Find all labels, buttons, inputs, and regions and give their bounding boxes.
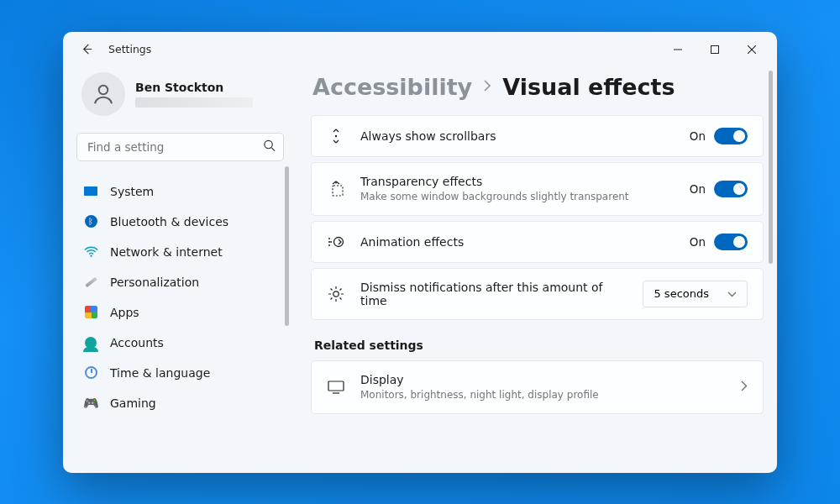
- titlebar: Settings: [63, 32, 777, 67]
- chevron-right-icon: [482, 79, 492, 95]
- sidebar-item-gaming[interactable]: 🎮Gaming: [75, 388, 287, 418]
- brightness-icon: [327, 286, 345, 302]
- select-value: 5 seconds: [654, 287, 709, 300]
- setting-title: Dismiss notifications after this amount …: [360, 281, 627, 307]
- breadcrumb: Accessibility Visual effects: [311, 67, 764, 115]
- sidebar-item-label: System: [110, 185, 154, 198]
- minimize-icon: [674, 45, 682, 54]
- setting-subtitle: Make some window backgrounds slightly tr…: [360, 190, 675, 203]
- person-icon: [91, 81, 116, 107]
- toggle-state: On: [690, 129, 706, 143]
- toggle-transparency[interactable]: [714, 181, 748, 197]
- dismiss-duration-select[interactable]: 5 seconds: [643, 281, 748, 307]
- setting-always-show-scrollbars[interactable]: Always show scrollbars On: [311, 115, 764, 157]
- sidebar-item-apps[interactable]: Apps: [75, 297, 287, 328]
- sidebar-item-label: Personalization: [110, 276, 199, 289]
- main-scrollbar[interactable]: [769, 67, 774, 473]
- bluetooth-icon: ᛒ: [83, 214, 98, 229]
- search-icon: [263, 139, 276, 155]
- system-icon: [83, 184, 98, 199]
- settings-window: Settings Ben Stockton: [63, 32, 777, 473]
- profile-block[interactable]: Ben Stockton: [75, 67, 289, 128]
- breadcrumb-parent[interactable]: Accessibility: [312, 74, 472, 100]
- window-controls: [659, 36, 770, 63]
- profile-email-redacted: [135, 97, 253, 108]
- close-icon: [748, 45, 756, 54]
- sidebar-item-label: Gaming: [110, 396, 156, 410]
- svg-point-1: [99, 85, 108, 94]
- setting-title: Always show scrollbars: [360, 129, 675, 143]
- search-input[interactable]: [76, 133, 284, 161]
- window-title: Settings: [108, 43, 151, 55]
- related-settings-heading: Related settings: [314, 339, 764, 352]
- apps-icon: [83, 305, 98, 320]
- close-button[interactable]: [733, 36, 770, 63]
- svg-point-2: [265, 140, 272, 148]
- setting-transparency-effects[interactable]: Transparency effectsMake some window bac…: [311, 162, 764, 216]
- sidebar-item-label: Apps: [110, 306, 139, 319]
- main-content: Accessibility Visual effects Always show…: [294, 67, 777, 473]
- setting-title: Transparency effects: [360, 175, 675, 188]
- setting-title: Animation effects: [360, 235, 675, 249]
- sidebar-item-accounts[interactable]: Accounts: [75, 328, 287, 358]
- svg-rect-5: [333, 186, 343, 196]
- pen-icon: [83, 275, 98, 290]
- scrollbars-icon: [327, 128, 345, 144]
- gaming-icon: 🎮: [83, 396, 98, 411]
- sidebar-scrollbar[interactable]: [285, 166, 289, 326]
- sidebar-item-time[interactable]: Time & language: [75, 358, 287, 388]
- setting-dismiss-notifications[interactable]: Dismiss notifications after this amount …: [311, 268, 764, 320]
- sidebar-item-label: Bluetooth & devices: [110, 215, 228, 228]
- accounts-icon: [83, 335, 98, 350]
- svg-point-4: [335, 134, 337, 136]
- window-body: Ben Stockton System ᛒBluetooth & devices…: [63, 67, 777, 473]
- search-container: [76, 133, 284, 161]
- toggle-state: On: [690, 235, 706, 249]
- related-title: Display: [360, 373, 726, 386]
- chevron-right-icon: [741, 379, 748, 395]
- maximize-button[interactable]: [696, 36, 733, 63]
- related-display[interactable]: DisplayMonitors, brightness, night light…: [311, 360, 764, 414]
- back-button[interactable]: [73, 36, 100, 63]
- profile-name: Ben Stockton: [135, 81, 253, 94]
- display-icon: [327, 381, 345, 394]
- sidebar-item-label: Network & internet: [110, 245, 223, 259]
- breadcrumb-current: Visual effects: [502, 74, 675, 100]
- sidebar-item-bluetooth[interactable]: ᛒBluetooth & devices: [75, 207, 287, 237]
- related-subtitle: Monitors, brightness, night light, displ…: [360, 388, 726, 402]
- back-icon: [81, 43, 93, 55]
- svg-point-3: [90, 255, 92, 256]
- sidebar-item-personalization[interactable]: Personalization: [75, 267, 287, 297]
- sidebar: Ben Stockton System ᛒBluetooth & devices…: [63, 67, 294, 473]
- sidebar-nav: System ᛒBluetooth & devices Network & in…: [75, 176, 289, 418]
- transparency-icon: [327, 181, 345, 197]
- sidebar-item-network[interactable]: Network & internet: [75, 237, 287, 267]
- sidebar-item-system[interactable]: System: [75, 176, 287, 207]
- sidebar-item-label: Accounts: [110, 336, 164, 349]
- svg-point-7: [333, 291, 339, 296]
- sidebar-item-label: Time & language: [110, 366, 210, 380]
- chevron-down-icon: [727, 287, 737, 300]
- maximize-icon: [711, 45, 719, 54]
- minimize-button[interactable]: [659, 36, 696, 63]
- toggle-state: On: [690, 182, 706, 196]
- toggle-animation[interactable]: [714, 234, 748, 250]
- setting-animation-effects[interactable]: Animation effects On: [311, 221, 764, 263]
- animation-icon: [327, 235, 345, 249]
- toggle-scrollbars[interactable]: [714, 128, 748, 144]
- clock-icon: [83, 365, 98, 381]
- svg-rect-0: [711, 45, 719, 53]
- wifi-icon: [83, 244, 98, 260]
- svg-rect-8: [328, 381, 344, 391]
- avatar: [81, 72, 125, 116]
